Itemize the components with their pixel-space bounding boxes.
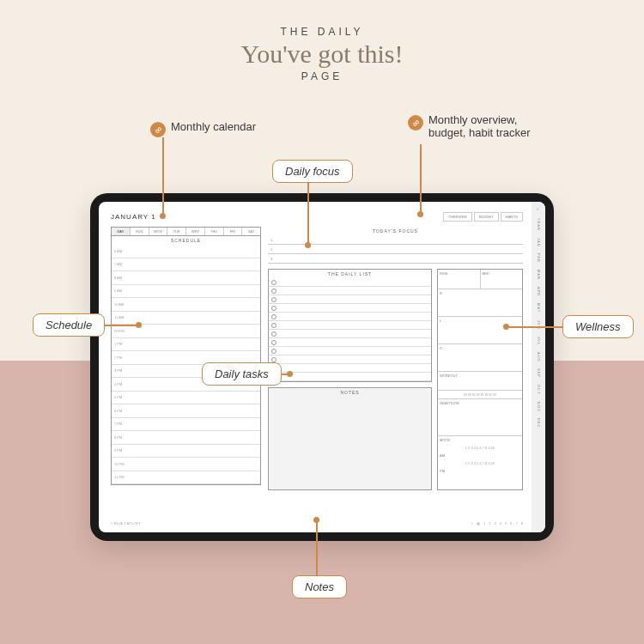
header: THE DAILY You've got this! PAGE xyxy=(0,0,644,82)
water-tracker[interactable]: W W W W W W W W xyxy=(438,391,522,398)
notes-box[interactable]: NOTES xyxy=(268,387,432,490)
page-numbers[interactable]: ◇ ▦ 12345678 xyxy=(471,521,523,526)
schedule-title: SCHEDULE xyxy=(112,236,260,245)
connector xyxy=(507,326,563,328)
tag-notes: Notes xyxy=(292,575,347,598)
connector-dot xyxy=(313,517,319,523)
connector-dot xyxy=(305,242,311,248)
planner-page: JANUARY 1 OVERVIEW BUDGET HABITS DAYSUNM… xyxy=(99,202,532,532)
link-icon xyxy=(408,115,423,131)
connector xyxy=(316,519,318,576)
day-tabs[interactable]: DAYSUNMONTUEWEDTHUFRISAT xyxy=(112,228,260,236)
tab-overview[interactable]: OVERVIEW xyxy=(443,212,472,222)
header-line3: PAGE xyxy=(0,70,644,82)
tab-budget[interactable]: BUDGET xyxy=(474,212,499,222)
connector xyxy=(420,144,422,213)
tag-daily-tasks: Daily tasks xyxy=(202,362,282,386)
tab-habits[interactable]: HABITS xyxy=(501,212,523,222)
focus-title: TODAY'S FOCUS xyxy=(268,227,523,235)
month-sidebar[interactable]: ≡ YEARJANFEBMARAPRMAYJUNJULAUGSEPOCTNOVD… xyxy=(532,202,545,532)
callout-monthly-overview: Monthly overview, budget, habit tracker xyxy=(408,113,531,139)
connector xyxy=(307,182,309,244)
callout-text: Monthly calendar xyxy=(171,120,256,133)
connector-dot xyxy=(503,324,509,330)
tablet-frame: JANUARY 1 OVERVIEW BUDGET HABITS DAYSUNM… xyxy=(90,193,554,541)
header-line1: THE DAILY xyxy=(0,26,644,38)
link-icon xyxy=(150,122,166,137)
connector-dot xyxy=(287,371,293,377)
connector-dot xyxy=(136,322,142,328)
notes-title: NOTES xyxy=(269,388,431,397)
tag-daily-focus: Daily focus xyxy=(272,160,353,183)
copyright: © BLUE CAT LOFT xyxy=(111,521,141,526)
grid-icon[interactable]: ▦ xyxy=(477,521,480,526)
middle-column: TODAY'S FOCUS 1. 2. 3. THE DAILY LIST xyxy=(268,227,523,518)
tablet-screen: JANUARY 1 OVERVIEW BUDGET HABITS DAYSUNM… xyxy=(99,202,545,532)
focus-line[interactable]: 3. xyxy=(268,254,523,264)
top-tabs: OVERVIEW BUDGET HABITS xyxy=(443,212,523,222)
connector-dot xyxy=(160,213,166,219)
tag-wellness: Wellness xyxy=(562,315,634,338)
daily-list-title: THE DAILY LIST xyxy=(269,270,431,278)
connector xyxy=(162,137,164,215)
date-heading[interactable]: JANUARY 1 xyxy=(111,213,156,221)
callout-monthly-calendar: Monthly calendar xyxy=(150,120,256,137)
connector-dot xyxy=(417,211,423,217)
tag-schedule: Schedule xyxy=(33,313,105,337)
callout-text: Monthly overview, budget, habit tracker xyxy=(428,113,531,139)
wellness-column: RISEBED B L D WORKOUT W W W W W W W W GR… xyxy=(437,269,523,490)
header-line2: You've got this! xyxy=(0,39,644,69)
task-list[interactable] xyxy=(269,278,431,381)
user-icon[interactable]: ◇ xyxy=(471,521,473,526)
